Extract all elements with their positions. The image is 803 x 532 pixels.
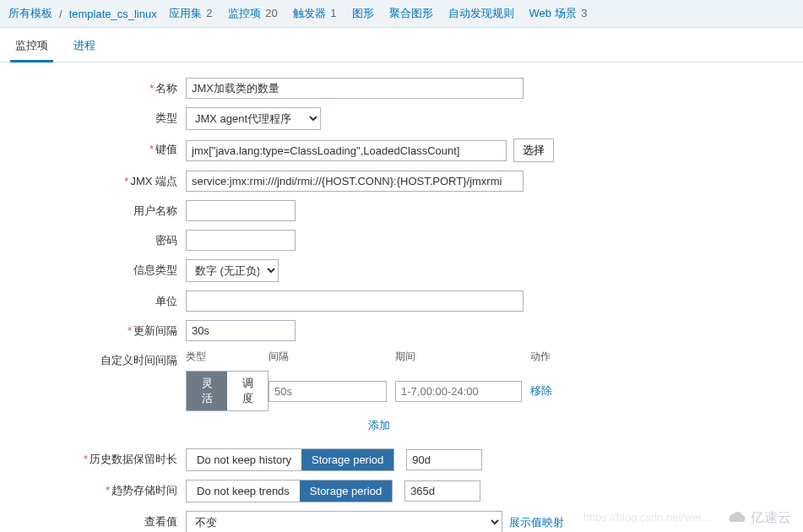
update-interval-label: 更新间隔 <box>133 324 177 337</box>
show-value-mapping-link[interactable]: 展示值映射 <box>509 515 564 530</box>
trends-label: 趋势存储时间 <box>111 484 177 497</box>
interval-remove-link[interactable]: 移除 <box>530 384 552 397</box>
interval-period-input[interactable] <box>395 381 522 402</box>
password-input[interactable] <box>186 230 296 251</box>
tab-discovery[interactable]: 自动发现规则 <box>448 6 514 21</box>
history-period-button[interactable]: Storage period <box>301 449 393 470</box>
username-input[interactable] <box>186 200 296 221</box>
top-tabs: 应用集 2 监控项 20 触发器 1 图形 聚合图形 自动发现规则 Web 场景… <box>169 6 588 21</box>
tab-screen[interactable]: 聚合图形 <box>389 6 433 21</box>
interval-col-period: 期间 <box>395 350 530 364</box>
tab-web[interactable]: Web 场景 3 <box>529 6 588 21</box>
interval-type-sched[interactable]: 调度 <box>227 372 268 410</box>
key-input[interactable] <box>186 140 507 161</box>
interval-value-input[interactable] <box>269 381 387 402</box>
jmx-endpoint-input[interactable] <box>186 171 524 192</box>
type-label: 类型 <box>155 111 177 124</box>
watermark-url: https://blog.csdn.net/wei... <box>583 511 710 524</box>
interval-col-interval: 间隔 <box>269 350 395 364</box>
tab-appset[interactable]: 应用集 2 <box>169 6 213 21</box>
trends-toggle: Do not keep trends Storage period <box>186 480 393 502</box>
history-value-input[interactable] <box>406 449 482 470</box>
trends-period-button[interactable]: Storage period <box>300 480 392 502</box>
password-label: 密码 <box>155 234 177 247</box>
key-select-button[interactable]: 选择 <box>513 138 554 162</box>
name-input[interactable] <box>186 78 524 99</box>
show-value-label: 查看值 <box>144 515 177 528</box>
name-label: 名称 <box>155 82 177 95</box>
history-toggle: Do not keep history Storage period <box>186 448 394 471</box>
custom-interval-label: 自定义时间间隔 <box>100 354 177 366</box>
tab-monitor[interactable]: 监控项 20 <box>228 6 278 21</box>
type-select[interactable]: JMX agent代理程序 <box>186 107 321 130</box>
breadcrumb-current[interactable]: template_cs_linux <box>69 8 157 20</box>
watermark-brand: 亿速云 <box>725 509 791 527</box>
interval-type-toggle: 灵活 调度 <box>186 371 269 411</box>
interval-col-action: 动作 <box>530 350 572 364</box>
subtab-item[interactable]: 监控项 <box>10 35 53 62</box>
info-type-select[interactable]: 数字 (无正负) <box>186 259 279 282</box>
tab-graph[interactable]: 图形 <box>352 6 374 21</box>
subtab-process[interactable]: 进程 <box>68 35 100 62</box>
history-no-button[interactable]: Do not keep history <box>187 449 301 470</box>
key-label: 键值 <box>155 143 177 155</box>
form-area: *名称 类型 JMX agent代理程序 *键值 选择 *JMX 端点 用户名称 <box>0 62 803 532</box>
show-value-select[interactable]: 不变 <box>186 511 502 532</box>
history-label: 历史数据保留时长 <box>90 453 177 465</box>
trends-no-button[interactable]: Do not keep trends <box>187 480 300 502</box>
breadcrumb-sep: / <box>59 8 62 20</box>
interval-type-flex[interactable]: 灵活 <box>187 372 227 410</box>
trends-value-input[interactable] <box>404 480 480 502</box>
info-type-label: 信息类型 <box>133 263 177 276</box>
sub-tabs: 监控项 进程 <box>0 28 803 62</box>
top-nav: 所有模板 / template_cs_linux 应用集 2 监控项 20 触发… <box>0 0 803 28</box>
interval-col-type: 类型 <box>186 350 269 364</box>
jmx-endpoint-label: JMX 端点 <box>130 175 177 187</box>
username-label: 用户名称 <box>133 204 177 217</box>
units-input[interactable] <box>186 290 524 312</box>
update-interval-input[interactable] <box>186 320 296 341</box>
breadcrumb-root[interactable]: 所有模板 <box>8 6 52 21</box>
interval-add-link[interactable]: 添加 <box>368 419 390 432</box>
cloud-icon <box>725 511 747 526</box>
units-label: 单位 <box>155 295 177 307</box>
tab-trigger[interactable]: 触发器 1 <box>293 6 337 21</box>
